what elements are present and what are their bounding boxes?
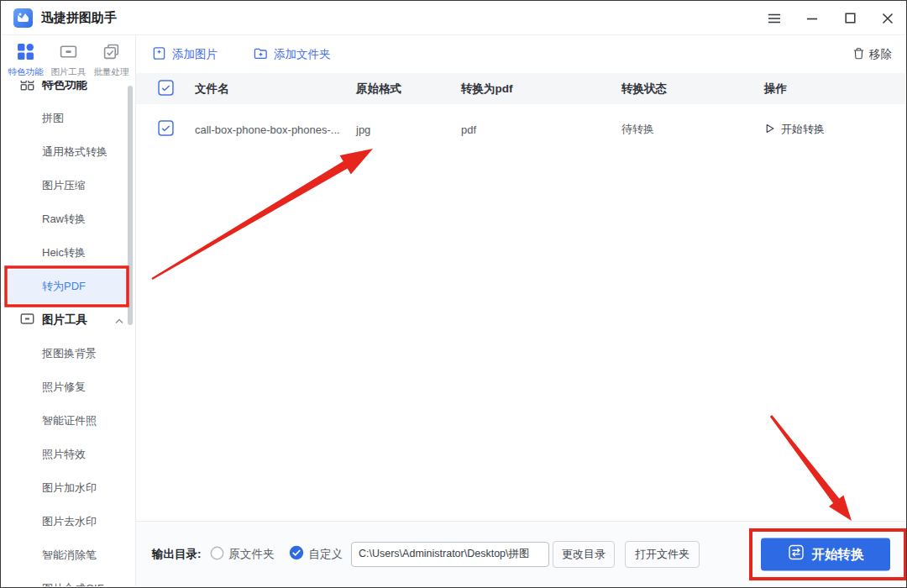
grid-icon: [17, 43, 34, 64]
sidebar-item-label: 图片加水印: [42, 480, 97, 496]
file-plus-icon: [152, 46, 166, 63]
app-logo-icon: [13, 8, 33, 28]
app-title: 迅捷拼图助手: [41, 10, 117, 26]
folder-plus-icon: [254, 46, 268, 63]
col-status: 转换状态: [621, 81, 764, 97]
sidebar-item-label: 抠图换背景: [42, 346, 97, 361]
output-path-input[interactable]: [351, 542, 549, 567]
change-dir-button[interactable]: 更改目录: [553, 541, 615, 568]
image-tool-icon: [20, 312, 34, 328]
remove-label: 移除: [869, 47, 892, 62]
cell-filename: call-box-phone-box-phones-...: [195, 123, 356, 136]
play-icon: [764, 123, 775, 137]
start-convert-button[interactable]: 开始转换: [761, 538, 890, 570]
sidebar-item-label: Raw转换: [42, 212, 86, 227]
sidebar-item-label: 智能消除笔: [42, 548, 97, 563]
tab-label: 图片工具: [51, 66, 87, 78]
minimize-button[interactable]: [805, 11, 820, 26]
image-tool-icon: [60, 43, 77, 64]
tab-featured[interactable]: 特色功能: [4, 40, 47, 80]
tab-label: 批量处理: [94, 66, 129, 78]
remove-button[interactable]: 移除: [852, 47, 892, 62]
sidebar-item-label: 特色功能: [42, 81, 87, 92]
add-image-button[interactable]: 添加图片: [152, 46, 218, 63]
tab-label: 特色功能: [8, 66, 44, 78]
col-action: 操作: [764, 81, 905, 97]
sidebar-item-heic[interactable]: Heic转换: [8, 236, 128, 270]
radio-unchecked-icon: [210, 546, 224, 563]
col-format: 原始格式: [356, 81, 461, 97]
sidebar-item-to-pdf[interactable]: 转为PDF: [8, 270, 128, 303]
sidebar-item-remove-watermark[interactable]: 图片去水印: [8, 505, 128, 538]
sidebar-item-photo-repair[interactable]: 照片修复: [8, 370, 128, 404]
sidebar-item-label: 转为PDF: [42, 279, 86, 294]
sidebar-item-add-watermark[interactable]: 图片加水印: [8, 471, 128, 505]
start-convert-label: 开始转换: [812, 545, 864, 563]
sidebar-item-label: Heic转换: [42, 245, 86, 260]
sidebar-item-label: 图片去水印: [42, 514, 97, 529]
sidebar-item-collage[interactable]: 拼图: [8, 102, 128, 135]
sidebar-item-cutout[interactable]: 抠图换背景: [8, 337, 128, 370]
main-toolbar: 添加图片 添加文件夹 移除: [136, 35, 905, 73]
sidebar: 特色功能 图片工具 批量处理 特色功能: [2, 35, 136, 586]
table-row: call-box-phone-box-phones-... jpg pdf 待转…: [136, 104, 905, 155]
sidebar-item-id-photo[interactable]: 智能证件照: [8, 404, 128, 438]
output-dir-label: 输出目录:: [152, 547, 202, 562]
footer-bar: 输出目录: 原文件夹 自定义 更改目录 打开文件夹 开始转换: [136, 521, 905, 586]
batch-check-icon: [102, 43, 120, 64]
col-target: 转换为pdf: [461, 81, 621, 97]
sidebar-item-label: 图片合成GIF: [42, 581, 104, 586]
radio-original-label: 原文件夹: [229, 547, 275, 562]
sidebar-item-gif[interactable]: 图片合成GIF: [8, 572, 128, 586]
window-controls: [767, 11, 895, 26]
add-image-label: 添加图片: [172, 47, 218, 62]
cell-format: jpg: [356, 123, 461, 136]
radio-original-folder[interactable]: 原文件夹: [210, 546, 275, 563]
add-folder-label: 添加文件夹: [274, 47, 331, 62]
sidebar-item-label: 拼图: [42, 111, 64, 126]
radio-custom[interactable]: 自定义: [289, 545, 343, 563]
tab-batch[interactable]: 批量处理: [90, 40, 133, 80]
sidebar-list: 特色功能 拼图 通用格式转换 图片压缩 Raw转换 Heic转换 转为PDF 图…: [2, 81, 135, 586]
radio-custom-label: 自定义: [309, 547, 343, 562]
sidebar-item-smart-eraser[interactable]: 智能消除笔: [8, 538, 128, 572]
sidebar-item-photo-effects[interactable]: 照片特效: [8, 438, 128, 471]
open-folder-button[interactable]: 打开文件夹: [625, 541, 700, 568]
sidebar-section-featured[interactable]: 特色功能: [8, 81, 128, 102]
sidebar-item-label: 智能证件照: [42, 413, 97, 428]
main-panel: 添加图片 添加文件夹 移除 文件名 原始格式 转换为pdf 转换状: [136, 35, 905, 586]
sidebar-scrollbar[interactable]: [128, 86, 133, 325]
maximize-button[interactable]: [842, 11, 857, 26]
chevron-up-icon[interactable]: [115, 314, 123, 327]
sidebar-item-format-convert[interactable]: 通用格式转换: [8, 135, 128, 169]
close-button[interactable]: [880, 11, 895, 26]
app-window: 迅捷拼图助手 特色功能: [0, 0, 907, 588]
sidebar-tabs: 特色功能 图片工具 批量处理: [2, 35, 135, 81]
row-convert-label: 开始转换: [781, 122, 825, 137]
trash-icon: [852, 47, 865, 62]
cell-target: pdf: [461, 123, 621, 136]
radio-checked-icon: [289, 545, 304, 563]
grid-icon: [20, 81, 34, 93]
row-checkbox[interactable]: [158, 120, 195, 139]
menu-icon[interactable]: [767, 11, 782, 26]
sidebar-section-image-tools[interactable]: 图片工具: [8, 303, 128, 337]
select-all-checkbox[interactable]: [158, 80, 195, 98]
sidebar-item-label: 图片压缩: [42, 178, 86, 193]
tab-image-tools[interactable]: 图片工具: [47, 40, 90, 80]
sidebar-item-label: 照片修复: [42, 380, 86, 395]
row-convert-button[interactable]: 开始转换: [764, 122, 905, 137]
add-folder-button[interactable]: 添加文件夹: [254, 46, 331, 63]
sidebar-item-label: 通用格式转换: [42, 144, 107, 160]
transfer-icon: [788, 544, 805, 564]
title-bar: 迅捷拼图助手: [2, 2, 905, 35]
sidebar-item-label: 图片工具: [42, 312, 87, 328]
col-filename: 文件名: [195, 81, 356, 97]
cell-status: 待转换: [621, 122, 764, 137]
sidebar-item-label: 照片特效: [42, 447, 86, 462]
table-header-row: 文件名 原始格式 转换为pdf 转换状态 操作: [136, 73, 905, 104]
sidebar-item-raw[interactable]: Raw转换: [8, 202, 128, 236]
sidebar-item-compress[interactable]: 图片压缩: [8, 169, 128, 202]
